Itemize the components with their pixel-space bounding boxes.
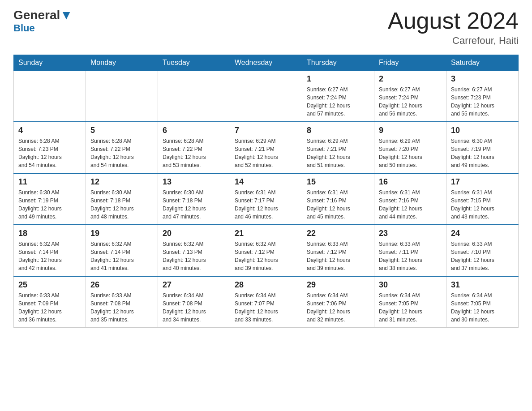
calendar-cell-w1-d2: [86, 71, 158, 122]
day-number: 21: [235, 229, 297, 238]
day-number: 2: [379, 74, 442, 84]
calendar-cell-w3-d7: 17Sunrise: 6:31 AMSunset: 7:15 PMDayligh…: [446, 173, 519, 225]
day-number: 7: [235, 126, 297, 135]
day-number: 30: [379, 280, 442, 290]
day-info: Sunrise: 6:32 AMSunset: 7:14 PMDaylight:…: [18, 240, 81, 272]
day-number: 13: [163, 177, 225, 187]
calendar-cell-w1-d7: 3Sunrise: 6:27 AMSunset: 7:23 PMDaylight…: [446, 71, 519, 122]
calendar-cell-w5-d5: 29Sunrise: 6:34 AMSunset: 7:06 PMDayligh…: [302, 276, 374, 328]
calendar-cell-w1-d1: [14, 71, 86, 122]
calendar-cell-w4-d5: 22Sunrise: 6:33 AMSunset: 7:12 PMDayligh…: [302, 225, 374, 276]
day-info: Sunrise: 6:34 AMSunset: 7:08 PMDaylight:…: [163, 291, 225, 324]
day-info: Sunrise: 6:28 AMSunset: 7:22 PMDaylight:…: [90, 137, 153, 169]
day-number: 22: [307, 229, 369, 238]
day-number: 3: [451, 74, 514, 84]
day-number: 25: [18, 280, 81, 290]
day-number: 23: [379, 229, 442, 238]
day-number: 29: [307, 280, 369, 290]
calendar-cell-w4-d3: 20Sunrise: 6:32 AMSunset: 7:13 PMDayligh…: [158, 225, 230, 276]
title-section: August 2024 Carrefour, Haiti: [388, 9, 519, 47]
calendar-cell-w1-d3: [158, 71, 230, 122]
day-number: 10: [451, 126, 514, 135]
day-info: Sunrise: 6:28 AMSunset: 7:23 PMDaylight:…: [18, 137, 81, 169]
day-number: 14: [235, 177, 297, 187]
day-info: Sunrise: 6:32 AMSunset: 7:12 PMDaylight:…: [235, 240, 297, 272]
calendar-header-row: Sunday Monday Tuesday Wednesday Thursday…: [14, 55, 519, 71]
logo-triangle-icon: ▼: [60, 8, 73, 22]
month-title: August 2024: [388, 9, 519, 32]
week-row-1: 1Sunrise: 6:27 AMSunset: 7:24 PMDaylight…: [14, 71, 519, 122]
calendar-cell-w5-d7: 31Sunrise: 6:34 AMSunset: 7:05 PMDayligh…: [446, 276, 519, 328]
calendar-cell-w1-d4: [230, 71, 302, 122]
day-number: 24: [451, 229, 514, 238]
week-row-3: 11Sunrise: 6:30 AMSunset: 7:19 PMDayligh…: [14, 173, 519, 225]
day-info: Sunrise: 6:27 AMSunset: 7:24 PMDaylight:…: [379, 86, 442, 118]
day-info: Sunrise: 6:34 AMSunset: 7:06 PMDaylight:…: [307, 291, 369, 324]
calendar-cell-w5-d6: 30Sunrise: 6:34 AMSunset: 7:05 PMDayligh…: [374, 276, 446, 328]
calendar-cell-w3-d2: 12Sunrise: 6:30 AMSunset: 7:18 PMDayligh…: [86, 173, 158, 225]
calendar-cell-w2-d6: 9Sunrise: 6:29 AMSunset: 7:20 PMDaylight…: [374, 122, 446, 173]
day-info: Sunrise: 6:31 AMSunset: 7:17 PMDaylight:…: [235, 188, 297, 221]
header-wednesday: Wednesday: [230, 55, 302, 71]
day-info: Sunrise: 6:34 AMSunset: 7:05 PMDaylight:…: [379, 291, 442, 324]
calendar-cell-w4-d2: 19Sunrise: 6:32 AMSunset: 7:14 PMDayligh…: [86, 225, 158, 276]
header-monday: Monday: [86, 55, 158, 71]
header-sunday: Sunday: [14, 55, 86, 71]
week-row-5: 25Sunrise: 6:33 AMSunset: 7:09 PMDayligh…: [14, 276, 519, 328]
day-info: Sunrise: 6:34 AMSunset: 7:07 PMDaylight:…: [235, 291, 297, 324]
calendar-cell-w3-d1: 11Sunrise: 6:30 AMSunset: 7:19 PMDayligh…: [14, 173, 86, 225]
calendar-cell-w4-d4: 21Sunrise: 6:32 AMSunset: 7:12 PMDayligh…: [230, 225, 302, 276]
day-info: Sunrise: 6:33 AMSunset: 7:08 PMDaylight:…: [90, 291, 153, 324]
header-thursday: Thursday: [302, 55, 374, 71]
day-number: 5: [90, 126, 153, 135]
calendar-cell-w5-d1: 25Sunrise: 6:33 AMSunset: 7:09 PMDayligh…: [14, 276, 86, 328]
day-info: Sunrise: 6:29 AMSunset: 7:21 PMDaylight:…: [307, 137, 369, 169]
day-number: 1: [307, 74, 369, 84]
calendar-cell-w3-d3: 13Sunrise: 6:30 AMSunset: 7:18 PMDayligh…: [158, 173, 230, 225]
day-number: 4: [18, 126, 81, 135]
calendar-cell-w4-d6: 23Sunrise: 6:33 AMSunset: 7:11 PMDayligh…: [374, 225, 446, 276]
calendar-cell-w1-d6: 2Sunrise: 6:27 AMSunset: 7:24 PMDaylight…: [374, 71, 446, 122]
calendar-cell-w2-d1: 4Sunrise: 6:28 AMSunset: 7:23 PMDaylight…: [14, 122, 86, 173]
header-friday: Friday: [374, 55, 446, 71]
day-number: 6: [163, 126, 225, 135]
day-info: Sunrise: 6:34 AMSunset: 7:05 PMDaylight:…: [451, 291, 514, 324]
calendar-cell-w2-d2: 5Sunrise: 6:28 AMSunset: 7:22 PMDaylight…: [86, 122, 158, 173]
day-number: 19: [90, 229, 153, 238]
calendar-cell-w3-d5: 15Sunrise: 6:31 AMSunset: 7:16 PMDayligh…: [302, 173, 374, 225]
day-info: Sunrise: 6:30 AMSunset: 7:19 PMDaylight:…: [18, 188, 81, 221]
calendar-cell-w5-d2: 26Sunrise: 6:33 AMSunset: 7:08 PMDayligh…: [86, 276, 158, 328]
day-number: 11: [18, 177, 81, 187]
calendar-cell-w2-d4: 7Sunrise: 6:29 AMSunset: 7:21 PMDaylight…: [230, 122, 302, 173]
header-tuesday: Tuesday: [158, 55, 230, 71]
day-info: Sunrise: 6:33 AMSunset: 7:12 PMDaylight:…: [307, 240, 369, 272]
logo-blue: Blue: [13, 22, 35, 34]
week-row-4: 18Sunrise: 6:32 AMSunset: 7:14 PMDayligh…: [14, 225, 519, 276]
calendar-cell-w3-d4: 14Sunrise: 6:31 AMSunset: 7:17 PMDayligh…: [230, 173, 302, 225]
week-row-2: 4Sunrise: 6:28 AMSunset: 7:23 PMDaylight…: [14, 122, 519, 173]
day-info: Sunrise: 6:27 AMSunset: 7:24 PMDaylight:…: [307, 86, 369, 118]
day-info: Sunrise: 6:33 AMSunset: 7:09 PMDaylight:…: [18, 291, 81, 324]
calendar-cell-w3-d6: 16Sunrise: 6:31 AMSunset: 7:16 PMDayligh…: [374, 173, 446, 225]
logo: General▼ Blue: [13, 9, 73, 34]
calendar-cell-w2-d3: 6Sunrise: 6:28 AMSunset: 7:22 PMDaylight…: [158, 122, 230, 173]
page-header: General▼ Blue August 2024 Carrefour, Hai…: [13, 9, 519, 47]
day-number: 12: [90, 177, 153, 187]
day-info: Sunrise: 6:32 AMSunset: 7:14 PMDaylight:…: [90, 240, 153, 272]
day-number: 8: [307, 126, 369, 135]
day-number: 16: [379, 177, 442, 187]
day-info: Sunrise: 6:30 AMSunset: 7:19 PMDaylight:…: [451, 137, 514, 169]
calendar-cell-w5-d3: 27Sunrise: 6:34 AMSunset: 7:08 PMDayligh…: [158, 276, 230, 328]
day-info: Sunrise: 6:30 AMSunset: 7:18 PMDaylight:…: [90, 188, 153, 221]
calendar-cell-w4-d1: 18Sunrise: 6:32 AMSunset: 7:14 PMDayligh…: [14, 225, 86, 276]
day-info: Sunrise: 6:31 AMSunset: 7:15 PMDaylight:…: [451, 188, 514, 221]
logo-general: General▼: [13, 9, 73, 21]
day-info: Sunrise: 6:28 AMSunset: 7:22 PMDaylight:…: [163, 137, 225, 169]
calendar-table: Sunday Monday Tuesday Wednesday Thursday…: [13, 55, 519, 328]
calendar-cell-w4-d7: 24Sunrise: 6:33 AMSunset: 7:10 PMDayligh…: [446, 225, 519, 276]
day-number: 20: [163, 229, 225, 238]
calendar-cell-w5-d4: 28Sunrise: 6:34 AMSunset: 7:07 PMDayligh…: [230, 276, 302, 328]
day-number: 17: [451, 177, 514, 187]
day-info: Sunrise: 6:29 AMSunset: 7:20 PMDaylight:…: [379, 137, 442, 169]
day-info: Sunrise: 6:31 AMSunset: 7:16 PMDaylight:…: [379, 188, 442, 221]
